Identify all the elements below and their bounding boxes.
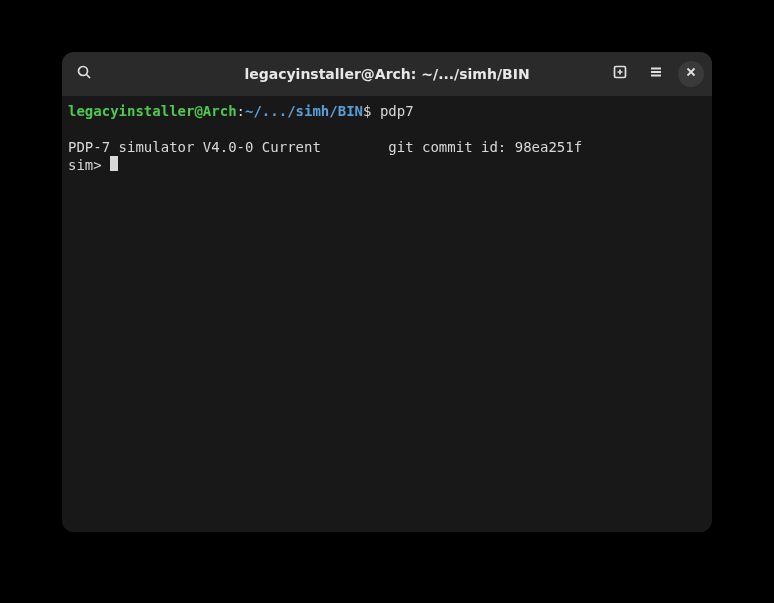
- prompt-dollar: $: [363, 103, 380, 119]
- window-title: legacyinstaller@Arch: ~/.../simh/BIN: [198, 66, 576, 82]
- blank-line: [68, 120, 706, 138]
- new-tab-button[interactable]: [606, 60, 634, 88]
- search-button[interactable]: [70, 60, 98, 88]
- titlebar-right: [584, 60, 704, 88]
- prompt-path: ~/.../simh/BIN: [245, 103, 363, 119]
- command-text: pdp7: [380, 103, 414, 119]
- svg-point-0: [79, 66, 88, 75]
- search-icon: [76, 64, 92, 84]
- new-tab-icon: [612, 64, 628, 84]
- cursor: [110, 156, 118, 171]
- titlebar-left: [70, 60, 190, 88]
- close-icon: [683, 64, 699, 84]
- close-button[interactable]: [678, 61, 704, 87]
- sim-prompt-line: sim>: [68, 156, 706, 174]
- terminal-window: legacyinstaller@Arch: ~/.../simh/BIN: [62, 52, 712, 532]
- menu-button[interactable]: [642, 60, 670, 88]
- titlebar: legacyinstaller@Arch: ~/.../simh/BIN: [62, 52, 712, 96]
- terminal-body[interactable]: legacyinstaller@Arch:~/.../simh/BIN$ pdp…: [62, 96, 712, 532]
- prompt-line: legacyinstaller@Arch:~/.../simh/BIN$ pdp…: [68, 102, 706, 120]
- hamburger-icon: [648, 64, 664, 84]
- output-line: PDP-7 simulator V4.0-0 Current git commi…: [68, 138, 706, 156]
- prompt-user-host: legacyinstaller@Arch: [68, 103, 237, 119]
- svg-line-1: [87, 74, 91, 78]
- prompt-colon: :: [237, 103, 245, 119]
- sim-prompt: sim>: [68, 156, 110, 174]
